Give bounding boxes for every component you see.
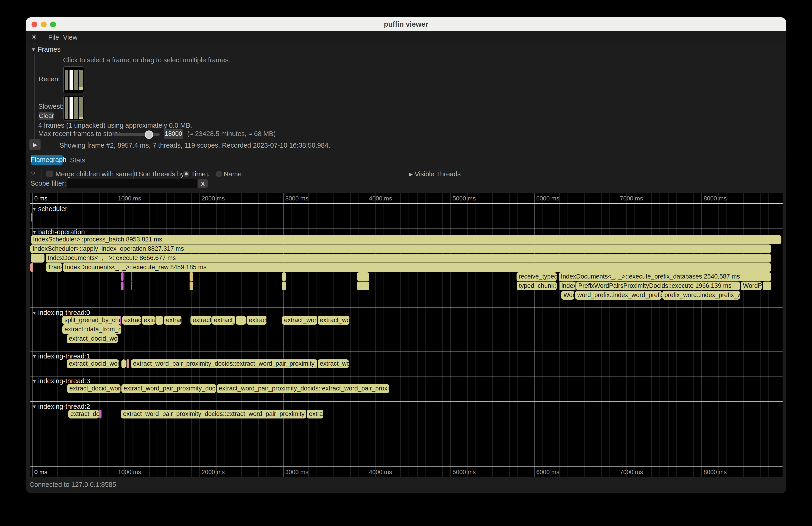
scope-bar[interactable] [236,316,246,325]
scope-bar[interactable]: IndexDocuments<_, _>::execute 8656.677 m… [46,254,771,263]
scope-bar[interactable]: extract_wo [318,316,349,325]
scope-bar[interactable]: split_grenad_by_chun [62,316,120,325]
scope-bar[interactable]: typed_chunk::w [517,281,556,290]
flamegraph-canvas[interactable]: 0 ms1000 ms2000 ms3000 ms4000 ms5000 ms6… [30,193,783,477]
scope-bar[interactable] [31,213,32,221]
menu-file[interactable]: File [48,33,59,41]
scope-bar[interactable] [763,281,771,290]
theme-toggle-sun-icon[interactable]: ☀ [31,33,37,41]
tab-flamegraph[interactable]: Flamegraph [31,155,63,165]
frame-bar[interactable] [65,97,68,119]
ruler-tick: 7000 ms [620,195,643,202]
play-button[interactable]: ▶ [29,139,41,150]
scope-bar[interactable]: extract_word_pair_proximity_docids::extr… [121,410,306,419]
scope-bar[interactable] [282,281,286,290]
thread-header-batch-operation[interactable]: ▼ batch-operation [32,228,85,236]
scope-bar[interactable] [357,272,369,281]
scope-bar[interactable]: IndexScheduler>::process_batch 8953.821 … [31,235,781,244]
scope-bar[interactable]: Word [561,291,574,299]
menu-view[interactable]: View [63,33,77,41]
scope-bar[interactable] [30,263,33,272]
frame-bar[interactable] [74,97,78,119]
recent-frames-thumbnail[interactable] [63,66,84,93]
scope-bar[interactable]: extract [247,316,266,325]
scope-bar[interactable] [156,316,163,325]
scope-bar[interactable]: prefix_word::index_prefix_wo [662,291,740,299]
scope-bar[interactable]: extract_word_pair_proximity_docids::extr… [131,360,317,368]
scope-bar[interactable] [357,281,369,290]
scope-bar[interactable] [131,272,132,281]
scope-bar[interactable] [559,281,560,290]
collapse-triangle-icon: ▼ [32,354,38,359]
sort-time-radio[interactable] [183,171,189,177]
scope-bar[interactable]: extract_docid_word [67,384,120,393]
scope-bar[interactable]: IndexDocuments<_, _>::execute_raw 8459.1… [63,263,771,272]
clear-filter-button[interactable]: x [198,179,208,188]
thread-header-indexing-thread:2[interactable]: ▼ indexing-thread:2 [32,403,90,410]
sort-direction-arrow-icon[interactable]: ↓ [206,170,209,178]
scope-bar[interactable] [127,360,129,368]
thread-header-indexing-thread:0[interactable]: ▼ indexing-thread:0 [32,309,90,317]
sort-name-label[interactable]: Name [223,170,242,178]
sort-name-radio[interactable] [216,171,222,177]
frame-bar[interactable] [70,70,73,90]
scope-filter-input[interactable] [67,179,197,188]
scope-bar[interactable] [121,281,124,290]
title-bar: puffin viewer [26,17,786,31]
scope-bar[interactable] [99,410,102,419]
max-frames-value[interactable]: 18000 [164,129,183,139]
scope-bar[interactable] [190,281,193,290]
thread-header-indexing-thread:1[interactable]: ▼ indexing-thread:1 [32,352,90,360]
merge-children-checkbox[interactable] [46,171,53,177]
scope-bar[interactable] [131,281,132,290]
scope-bar[interactable]: WordPr [741,281,762,290]
scope-bar[interactable]: IndexDocuments<_, _>::execute_prefix_dat… [559,272,771,281]
scope-bar[interactable]: extract [122,316,141,325]
scope-bar[interactable] [31,254,44,263]
scope-bar[interactable]: extra [142,316,155,325]
scope-bar[interactable]: extract_wo [318,360,349,368]
ruler-tick: 8000 ms [704,195,727,202]
scope-bar[interactable]: extract::data_from_ob [62,325,121,334]
scope-bar[interactable] [121,272,124,281]
help-button[interactable]: ? [31,170,35,178]
scope-bar[interactable]: IndexScheduler>::apply_index_operation 8… [30,245,771,253]
status-bar: Connected to 127.0.0.1:8585 [29,481,116,488]
scope-bar[interactable]: extrac [164,316,182,325]
slowest-frames-thumbnail[interactable] [63,96,84,120]
frames-section-header[interactable]: ▼ Frames [31,46,60,53]
scope-bar[interactable] [282,272,286,281]
sort-time-label[interactable]: Time [191,170,205,178]
scope-bar[interactable] [120,316,121,325]
scope-bar[interactable]: extract_doc [68,410,99,419]
scope-bar[interactable]: extract_docid_word [67,360,119,368]
frame-bar[interactable] [74,70,78,90]
scope-bar[interactable]: extract_ [212,316,235,325]
scope-bar[interactable]: extrac [307,410,323,419]
visible-threads-header[interactable]: ▶ Visible Threads [409,170,461,178]
indent-line [34,54,35,140]
scope-bar[interactable]: extract_word_pair_proximity_docids::extr… [217,384,389,393]
frame-bar[interactable] [65,70,68,90]
frame-bar[interactable] [79,97,83,119]
scope-bar[interactable]: receive_typed_ [517,272,556,281]
ruler-tick: 0 ms [34,195,47,202]
scope-bar[interactable]: PrefixWordPairsProximityDocids::execute … [576,281,740,290]
tab-stats[interactable]: Stats [70,157,85,164]
frame-bar[interactable] [70,97,73,119]
thread-header-scheduler[interactable]: ▼ scheduler [32,205,67,213]
scope-bar[interactable]: extract_docid_word [67,334,118,343]
clear-button[interactable]: Clear [39,112,54,120]
scope-bar[interactable]: extract_word [282,316,317,325]
scope-bar[interactable]: extract_word_pair_proximity_docids [121,384,216,393]
scope-bar[interactable]: index [560,281,575,290]
scope-bar[interactable]: extract_ [190,316,212,325]
scope-bar[interactable]: word_prefix::index_word_prefix_ [575,291,662,299]
thread-header-indexing-thread:3[interactable]: ▼ indexing-thread:3 [32,377,90,385]
scope-bar[interactable]: Trans [46,263,62,272]
scope-bar[interactable] [190,272,193,281]
max-frames-slider-handle[interactable] [145,130,153,139]
divider [53,140,53,150]
scope-bar[interactable] [121,360,126,368]
frame-bar[interactable] [79,70,83,90]
